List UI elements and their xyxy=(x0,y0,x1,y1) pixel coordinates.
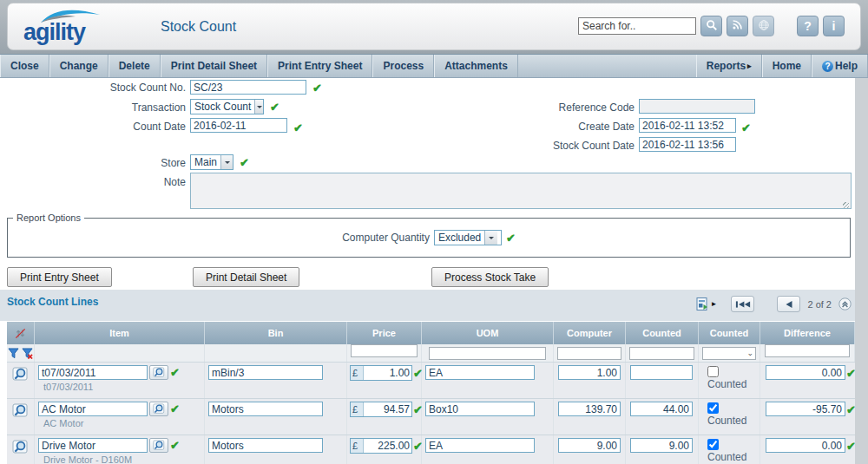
item-input[interactable] xyxy=(38,438,148,453)
counted-flag-filter-select[interactable]: ⌄ xyxy=(702,347,756,360)
stock-count-date-input[interactable] xyxy=(639,137,736,152)
column-header-computer[interactable]: Computer xyxy=(554,322,626,344)
computer-filter-input[interactable] xyxy=(557,347,621,360)
computer-quantity-select[interactable]: Excluded xyxy=(434,230,502,245)
lookup-icon xyxy=(153,403,166,415)
uom-input[interactable] xyxy=(425,365,535,380)
view-detail-icon xyxy=(12,403,30,418)
menu-item-print-detail-sheet[interactable]: Print Detail Sheet xyxy=(161,55,267,77)
counted-qty-input[interactable] xyxy=(630,402,693,416)
help-circle-icon: ? xyxy=(822,61,833,72)
counted-checkbox[interactable] xyxy=(707,439,719,450)
store-select[interactable]: Main xyxy=(190,154,233,170)
valid-check-icon: ✔ xyxy=(170,403,180,415)
price-input[interactable] xyxy=(364,366,411,380)
row-preview-button[interactable] xyxy=(11,367,30,383)
column-header-difference[interactable]: Difference xyxy=(760,322,855,344)
menu-item-change[interactable]: Change xyxy=(49,55,108,77)
menu-item-help[interactable]: ? Help xyxy=(812,55,868,77)
column-header-item[interactable]: Item xyxy=(35,322,205,344)
counted-qty-input[interactable] xyxy=(630,365,693,380)
row-preview-button[interactable] xyxy=(11,403,30,420)
column-header-uom[interactable]: UOM xyxy=(422,322,554,344)
column-header-counted-flag[interactable]: Counted xyxy=(699,322,760,344)
price-input[interactable] xyxy=(364,439,411,453)
row-preview-button[interactable] xyxy=(11,440,30,456)
question-icon: ? xyxy=(804,19,812,33)
item-lookup-button[interactable] xyxy=(149,438,168,453)
search-input[interactable] xyxy=(578,17,696,35)
transaction-select[interactable]: Stock Count xyxy=(190,99,264,114)
valid-check-icon: ✔ xyxy=(270,101,279,113)
item-lookup-button[interactable] xyxy=(149,402,168,416)
menu-item-process[interactable]: Process xyxy=(372,55,434,77)
menu-item-reports[interactable]: Reports▸ xyxy=(696,55,762,77)
help-button[interactable]: ? xyxy=(797,16,819,36)
stock-count-no-input[interactable] xyxy=(190,80,306,95)
difference-filter-input[interactable] xyxy=(765,344,849,357)
item-input[interactable] xyxy=(38,365,148,380)
create-date-input[interactable] xyxy=(639,118,736,133)
collapse-section-icon[interactable] xyxy=(838,297,852,310)
column-header-bin[interactable]: Bin xyxy=(205,322,347,344)
difference-input[interactable] xyxy=(766,402,845,416)
counted-qty-input[interactable] xyxy=(630,438,693,453)
uom-filter-input[interactable] xyxy=(429,347,547,360)
stock-count-date-label: Stock Count Date xyxy=(399,140,635,152)
bin-input[interactable] xyxy=(208,438,323,453)
resize-grip-icon[interactable] xyxy=(843,202,849,208)
bin-input[interactable] xyxy=(208,402,323,416)
clear-filter-icon[interactable] xyxy=(22,348,33,359)
report-options-legend: Report Options xyxy=(13,212,84,223)
menu-item-attachments[interactable]: Attachments xyxy=(434,55,518,77)
counted-checkbox-label: Counted xyxy=(707,378,746,390)
export-menu-arrow-icon: ► xyxy=(711,300,718,308)
menu-item-delete[interactable]: Delete xyxy=(108,55,161,77)
item-lookup-button[interactable] xyxy=(149,365,168,380)
counted-filter-input[interactable] xyxy=(629,347,694,360)
search-icon xyxy=(706,19,718,34)
column-header-rowtools[interactable] xyxy=(7,322,35,344)
difference-input[interactable] xyxy=(766,438,845,453)
export-button[interactable]: ► xyxy=(695,297,718,311)
menu-item-home[interactable]: Home xyxy=(762,55,812,77)
counted-checkbox[interactable] xyxy=(707,402,719,414)
previous-page-button[interactable] xyxy=(777,296,800,312)
column-header-price[interactable]: Price xyxy=(347,322,422,344)
menu-item-print-entry-sheet[interactable]: Print Entry Sheet xyxy=(267,55,372,77)
column-header-counted[interactable]: Counted xyxy=(626,322,699,344)
info-button[interactable]: i xyxy=(823,16,845,36)
globe-icon xyxy=(758,19,770,34)
print-detail-sheet-button[interactable]: Print Detail Sheet xyxy=(193,267,299,287)
globe-button[interactable] xyxy=(753,16,774,36)
view-detail-icon xyxy=(12,440,30,454)
reference-code-input[interactable] xyxy=(639,99,755,114)
uom-input[interactable] xyxy=(425,402,535,416)
apply-filter-icon[interactable] xyxy=(8,348,19,359)
computer-qty-input[interactable] xyxy=(558,402,621,416)
print-entry-sheet-button[interactable]: Print Entry Sheet xyxy=(7,267,112,287)
computer-qty-input[interactable] xyxy=(558,438,621,453)
count-date-input[interactable] xyxy=(190,118,287,133)
bin-input[interactable] xyxy=(208,365,323,380)
table-header-row: Item Bin Price UOM Computer Counted Coun… xyxy=(7,322,855,344)
counted-checkbox[interactable] xyxy=(707,366,719,377)
item-input[interactable] xyxy=(38,402,148,416)
counted-checkbox-label: Counted xyxy=(707,415,746,427)
menu-item-close[interactable]: Close xyxy=(0,55,49,77)
price-input[interactable] xyxy=(364,402,411,416)
search-button[interactable] xyxy=(700,16,722,36)
agility-logo: agility xyxy=(20,5,124,49)
process-stock-take-button[interactable]: Process Stock Take xyxy=(431,267,549,287)
scroll-track[interactable] xyxy=(855,78,868,464)
previous-page-icon xyxy=(783,300,795,309)
difference-input[interactable] xyxy=(766,365,845,380)
price-filter-input[interactable] xyxy=(351,344,418,357)
first-page-button[interactable] xyxy=(731,296,754,312)
dropdown-arrow-icon xyxy=(254,100,263,114)
table-row: ✔ t07/03/2011 £ ✔ Counted xyxy=(7,363,855,399)
rss-feed-button[interactable] xyxy=(727,16,748,36)
computer-qty-input[interactable] xyxy=(558,365,621,380)
note-textarea[interactable] xyxy=(190,173,852,209)
uom-input[interactable] xyxy=(425,438,535,453)
